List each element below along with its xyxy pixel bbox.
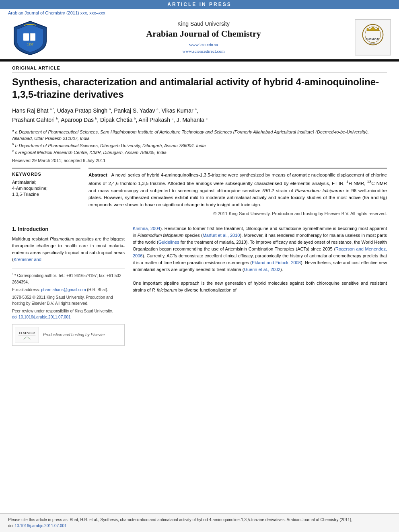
body-columns: 1. Introduction Multidrug resistant Plas…: [12, 225, 387, 346]
banner-text: ARTICLE IN PRESS: [167, 2, 231, 7]
keywords-abstract-section: KEYWORDS Antimalarial; 4-Aminoquinoline;…: [12, 168, 387, 216]
email-link[interactable]: pharmahans@gmail.com: [41, 288, 86, 292]
footnote-issn: 1878-5352 © 2011 King Saud University. P…: [12, 294, 125, 306]
authors-text: Hans Raj Bhat a,*, Udaya Pratap Singh a,…: [12, 107, 208, 123]
page: ARTICLE IN PRESS Arabian Journal of Chem…: [0, 0, 399, 532]
keywords-box: KEYWORDS Antimalarial; 4-Aminoquinoline;…: [12, 168, 80, 216]
doi-link[interactable]: doi:10.1016/j.arabjc.2011.07.001: [12, 315, 71, 319]
elsevier-logo: ELSEVIER: [15, 327, 39, 343]
svg-text:ELSEVIER: ELSEVIER: [19, 331, 35, 335]
keyword-1: Antimalarial;: [12, 180, 80, 185]
footnote-peer-review: Peer review under responsibility of King…: [12, 308, 125, 320]
citation-doi[interactable]: 10.1016/j.arabjc.2011.07.001: [14, 524, 67, 528]
header-center: King Saud University Arabian Journal of …: [52, 21, 355, 55]
university-name: King Saud University: [52, 21, 355, 27]
affiliations: a a Department of Pharmaceutical Science…: [12, 128, 387, 156]
svg-text:CHEMICAL: CHEMICAL: [366, 38, 380, 41]
url1[interactable]: www.ksu.edu.sa: [52, 41, 355, 48]
journal-left-logo: 1957: [8, 19, 52, 55]
footnote-corresponding: * * Corresponding author. Tel.: +91 9616…: [12, 272, 125, 285]
keyword-2: 4-Aminoquinoline;: [12, 186, 80, 191]
article-in-press-banner: ARTICLE IN PRESS: [0, 0, 399, 9]
keyword-3: 1,3,5-Triazine: [12, 192, 80, 197]
journal-right-logo: CHEMICAL Society: [355, 19, 391, 55]
svg-rect-0: [23, 33, 29, 41]
intro-text-left: Multidrug resistant Plasmodium parasites…: [12, 236, 125, 263]
section-type-label: ORIGINAL ARTICLE: [12, 66, 387, 72]
affiliation-a: a a Department of Pharmaceutical Science…: [12, 128, 387, 142]
kremsner-ref: Kremsner and: [14, 257, 41, 262]
elsevier-box: ELSEVIER Production and hosting by Elsev…: [12, 324, 125, 346]
krishna-ref: Krishna, 2004: [133, 226, 160, 231]
guerin-ref: Guerin et al., 2002: [244, 267, 280, 272]
abstract-text: Abstract A novel series of hybrid 4-amin…: [88, 172, 387, 209]
guidelines-ref: Guidelines: [158, 240, 179, 244]
section1-heading: 1. Introduction: [12, 225, 125, 233]
journal-urls: www.ksu.edu.sa www.sciencedirect.com: [52, 41, 355, 55]
elsevier-tagline: Production and hosting by Elsevier: [43, 332, 105, 338]
abstract-box: Abstract A novel series of hybrid 4-amin…: [88, 168, 387, 216]
keywords-title: KEYWORDS: [12, 172, 80, 177]
svg-rect-1: [30, 33, 35, 41]
body-right-column: Krishna, 2004). Resistance to former fir…: [133, 225, 387, 346]
copyright-line: © 2011 King Saud University. Production …: [88, 211, 387, 216]
ekland-ref: Ekland and Fidock, 2008: [252, 260, 301, 265]
marfurt-ref: Marfurt et al., 2010: [203, 233, 240, 238]
section-divider: [12, 221, 387, 221]
citation-text: Arabian Journal of Chemistry (2011) xxx,…: [8, 10, 105, 15]
abstract-label: Abstract: [88, 173, 107, 177]
affiliation-b: b b Department of Pharmaceutical Science…: [12, 142, 387, 149]
body-left-column: 1. Introduction Multidrug resistant Plas…: [12, 225, 125, 346]
url2[interactable]: www.sciencedirect.com: [52, 48, 355, 55]
footnotes: * * Corresponding author. Tel.: +91 9616…: [12, 269, 125, 345]
affiliation-c: c c Regional Medical Research Centre, IC…: [12, 149, 387, 156]
svg-text:Society: Society: [369, 42, 376, 45]
intro-text-right: Krishna, 2004). Resistance to former fir…: [133, 225, 387, 294]
article-title: Synthesis, characterization and antimala…: [12, 76, 387, 101]
journal-citation: Arabian Journal of Chemistry (2011) xxx,…: [0, 9, 399, 16]
bottom-citation-bar: Please cite this article in press as: Bh…: [0, 513, 399, 532]
journal-name: Arabian Journal of Chemistry: [52, 29, 355, 39]
received-date: Received 29 March 2011; accepted 6 July …: [12, 158, 387, 163]
journal-header: 1957 King Saud University Arabian Journa…: [0, 16, 399, 60]
article-content: ORIGINAL ARTICLE Synthesis, characteriza…: [0, 62, 399, 350]
footnote-email: E-mail address: pharmahans@gmail.com (H.…: [12, 287, 125, 293]
rogerson-ref: Rogerson and Menendez, 2006: [133, 246, 387, 258]
svg-text:1957: 1957: [27, 43, 33, 46]
authors-line: Hans Raj Bhat a,*, Udaya Pratap Singh a,…: [12, 106, 387, 124]
